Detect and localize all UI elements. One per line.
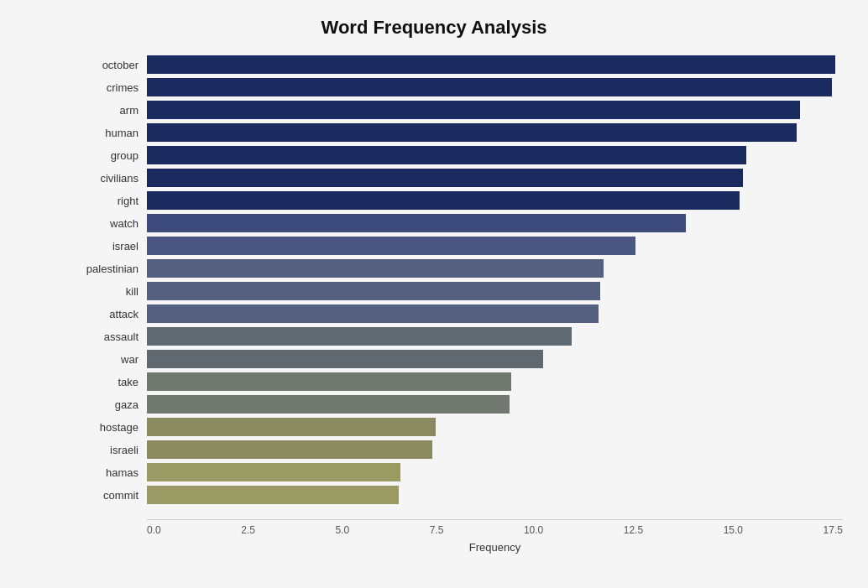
bar-row: israeli (76, 439, 843, 461)
bar-fill (147, 304, 599, 323)
chart-area: octobercrimesarmhumangroupciviliansright… (76, 54, 843, 516)
bar-label: take (76, 376, 147, 388)
bar-track (147, 372, 843, 391)
bar-label: israel (76, 240, 147, 252)
bar-label: october (76, 59, 147, 71)
bar-fill (147, 350, 543, 368)
chart-container: Word Frequency Analysis octobercrimesarm… (0, 0, 868, 588)
bar-fill (147, 101, 800, 119)
bar-row: hostage (76, 416, 843, 438)
bar-track (147, 395, 843, 414)
bar-label: palestinian (76, 263, 147, 275)
bar-track (147, 237, 843, 255)
bar-label: gaza (76, 398, 147, 411)
bar-row: hamas (76, 461, 843, 483)
bar-row: civilians (76, 167, 843, 189)
bar-track (147, 418, 843, 436)
x-tick: 5.0 (335, 524, 349, 536)
bar-track (147, 55, 843, 74)
bar-track (147, 123, 843, 142)
bar-label: arm (76, 104, 147, 117)
chart-title: Word Frequency Analysis (25, 17, 843, 39)
bar-label: assault (76, 330, 147, 343)
x-tick: 7.5 (430, 524, 444, 536)
x-axis: 0.02.55.07.510.012.515.017.5Frequency (147, 519, 843, 554)
bar-label: hostage (76, 421, 147, 434)
bar-label: group (76, 149, 147, 162)
bar-track (147, 259, 843, 278)
bar-track (147, 214, 843, 232)
bar-fill (147, 418, 436, 436)
bar-label: watch (76, 217, 147, 230)
bar-track (147, 304, 843, 323)
bar-fill (147, 123, 797, 142)
bar-label: crimes (76, 81, 147, 94)
bar-track (147, 146, 843, 164)
bar-label: attack (76, 308, 147, 320)
bar-fill (147, 191, 740, 210)
bar-fill (147, 486, 399, 504)
x-axis-label: Frequency (147, 541, 843, 554)
bar-row: kill (76, 280, 843, 302)
bar-row: group (76, 144, 843, 166)
bar-label: right (76, 195, 147, 207)
bar-row: gaza (76, 393, 843, 415)
bar-label: human (76, 127, 147, 139)
bar-label: war (76, 353, 147, 366)
bar-track (147, 191, 843, 210)
bar-track (147, 440, 843, 459)
bar-label: commit (76, 489, 147, 502)
bar-row: human (76, 122, 843, 143)
bar-fill (147, 372, 511, 391)
x-tick: 17.5 (824, 524, 843, 536)
x-ticks: 0.02.55.07.510.012.515.017.5 (147, 524, 843, 536)
bar-fill (147, 259, 604, 278)
bar-track (147, 486, 843, 504)
bar-row: assault (76, 325, 843, 347)
x-tick: 12.5 (624, 524, 643, 536)
bar-label: hamas (76, 466, 147, 479)
bar-row: palestinian (76, 258, 843, 279)
bar-label: civilians (76, 172, 147, 185)
bar-fill (147, 327, 572, 346)
x-tick: 15.0 (724, 524, 743, 536)
bar-label: kill (76, 285, 147, 298)
bar-fill (147, 214, 686, 232)
bar-track (147, 101, 843, 119)
bar-track (147, 463, 843, 481)
bar-row: arm (76, 99, 843, 121)
bar-track (147, 282, 843, 300)
bar-row: attack (76, 303, 843, 325)
bar-fill (147, 237, 635, 255)
bar-fill (147, 169, 743, 187)
bar-track (147, 78, 843, 96)
bar-track (147, 350, 843, 368)
bar-fill (147, 395, 510, 414)
x-tick: 2.5 (241, 524, 255, 536)
x-tick: 10.0 (524, 524, 543, 536)
bar-fill (147, 463, 400, 481)
bar-track (147, 327, 843, 346)
bar-fill (147, 78, 832, 96)
bar-track (147, 169, 843, 187)
bar-row: october (76, 54, 843, 75)
bar-row: commit (76, 484, 843, 506)
bar-row: right (76, 190, 843, 211)
bar-fill (147, 282, 600, 300)
bar-fill (147, 55, 835, 74)
bar-fill (147, 440, 432, 459)
bar-fill (147, 146, 746, 164)
bar-row: israel (76, 235, 843, 257)
bar-label: israeli (76, 444, 147, 456)
bar-row: watch (76, 212, 843, 234)
bar-row: crimes (76, 76, 843, 98)
x-tick: 0.0 (147, 524, 161, 536)
bar-row: take (76, 371, 843, 393)
bar-row: war (76, 348, 843, 370)
